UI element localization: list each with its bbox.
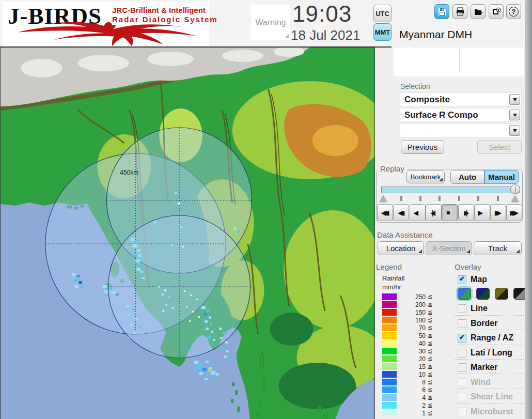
play-reverse-button[interactable]: ◀ — [410, 204, 426, 221]
rain-cell — [137, 249, 140, 252]
legend-value: 8 — [397, 379, 426, 386]
rain-cell — [136, 268, 140, 271]
selection-dropdown-1[interactable]: Composite — [400, 92, 522, 106]
legend-swatch — [382, 379, 397, 385]
mmt-button[interactable]: MMT — [373, 23, 392, 41]
rain-cell — [108, 287, 112, 290]
overlay-item-border[interactable]: Border — [458, 318, 524, 329]
timeline-tick — [497, 196, 499, 201]
replay-timeline-handle[interactable] — [510, 184, 520, 194]
add-image-button[interactable] — [489, 4, 504, 19]
button-label: Location — [386, 244, 416, 253]
play-button[interactable]: ▶ — [474, 204, 490, 221]
legend-row: 30≦ — [382, 347, 432, 355]
manual-button[interactable]: Manual — [484, 170, 519, 184]
fast-rewind-3-button[interactable]: ◀◀◀ — [377, 204, 393, 221]
select-button[interactable]: Select — [477, 140, 522, 154]
legend-row: 15≦ — [382, 363, 432, 370]
legend-row: 70≦ — [382, 324, 432, 332]
legend-value: 4 — [397, 394, 426, 401]
rain-cell — [210, 323, 212, 325]
rain-cell — [233, 227, 237, 230]
legend-swatch — [382, 301, 397, 308]
step-forward-button[interactable]: ▶| — [458, 204, 474, 221]
lte-symbol: ≦ — [428, 363, 432, 370]
print-button[interactable] — [452, 4, 467, 19]
timeline-end-marker[interactable] — [511, 195, 519, 202]
fast-rewind-2-button[interactable]: ◀◀ — [393, 204, 409, 221]
checkbox[interactable] — [458, 349, 466, 358]
overlay-item-microburst[interactable]: Microburst — [458, 406, 524, 417]
radar-map[interactable]: 450km — [0, 48, 375, 419]
selection-dropdown-3[interactable] — [400, 123, 522, 137]
rain-cell — [198, 316, 200, 318]
overlay-item-shear-line[interactable]: Shear Line — [458, 391, 524, 402]
lte-symbol: ≦ — [428, 379, 432, 385]
legend-value: 100 — [397, 317, 426, 324]
overlay-item-line[interactable]: Line — [458, 303, 524, 314]
open-folder-button[interactable] — [471, 4, 486, 19]
rain-cell — [202, 368, 207, 371]
checkbox[interactable] — [458, 363, 466, 372]
checkbox[interactable] — [458, 304, 466, 313]
bookmark-button[interactable]: Bookmark — [406, 170, 445, 183]
overlay-item-wind[interactable]: Wind — [458, 377, 524, 388]
dropdown-arrow-button[interactable] — [509, 110, 520, 120]
rain-cell — [161, 293, 164, 296]
overlay-item-label: Microburst — [471, 407, 513, 416]
replay-timeline-track[interactable] — [381, 187, 520, 193]
station-title: Myanmar DMH — [399, 28, 472, 41]
rain-cell — [199, 372, 203, 375]
map-style-swatch-3[interactable] — [495, 288, 508, 300]
checkbox[interactable] — [458, 275, 466, 284]
checkbox[interactable] — [458, 319, 466, 328]
legend-value: 40 — [397, 340, 426, 347]
dropdown-arrow-button[interactable] — [509, 94, 520, 105]
rain-cell — [220, 337, 223, 339]
help-button[interactable]: ? — [506, 4, 521, 19]
rain-cell — [132, 309, 135, 311]
clock-time: 19:03 — [292, 1, 352, 27]
legend-value: 50 — [397, 332, 426, 339]
fast-forward-3-button[interactable]: ▶▶▶ — [506, 204, 522, 221]
rain-cell — [189, 320, 191, 322]
legend-scale: 250≦200≦150≦100≦70≦50≦40≦30≦20≦15≦10≦8≦6… — [382, 293, 432, 417]
warning-dropdown[interactable]: Warning — [251, 5, 290, 40]
rain-cell — [133, 253, 136, 257]
auto-button[interactable]: Auto — [450, 170, 484, 184]
rain-cell — [196, 366, 201, 369]
step-back-button[interactable]: |◀ — [426, 204, 442, 221]
legend-row: 250≦ — [382, 293, 432, 301]
rain-cell — [222, 346, 225, 348]
rain-cell — [196, 299, 198, 300]
utc-button[interactable]: UTC — [373, 5, 392, 22]
overlay-label: Overlay — [455, 262, 481, 271]
play-icon: ▶ — [478, 209, 486, 216]
rain-cell — [224, 355, 227, 358]
rain-cell — [175, 192, 177, 194]
dropdown-arrow-button[interactable] — [509, 125, 520, 136]
overlay-item-marker[interactable]: Marker — [458, 362, 524, 373]
track-button[interactable]: Track — [474, 241, 522, 255]
x-section-button[interactable]: X-Section — [426, 241, 472, 255]
rain-cell — [135, 240, 138, 242]
overlay-item-lati-long[interactable]: Lati / Long — [458, 347, 524, 359]
selection-dropdown-2[interactable]: Surface R Compo — [400, 108, 522, 122]
rain-cell — [194, 361, 198, 364]
menu-corner-icon — [418, 250, 422, 253]
fast-forward-2-button[interactable]: ▶▶ — [490, 204, 506, 221]
map-style-swatch-2[interactable] — [476, 288, 490, 300]
overlay-item-map[interactable]: Map — [458, 274, 524, 285]
checkbox[interactable] — [458, 334, 466, 343]
rain-cell — [208, 369, 211, 371]
stop-button[interactable]: ■ — [442, 204, 458, 221]
previous-button[interactable]: Previous — [401, 140, 444, 154]
timeline-start-marker[interactable] — [380, 195, 387, 202]
save-button[interactable] — [434, 4, 449, 19]
overlay-item-range-az[interactable]: Range / AZ — [458, 332, 524, 344]
legend-row: 40≦ — [382, 339, 432, 347]
location-button[interactable]: Location — [378, 241, 424, 255]
legend-row: 150≦ — [382, 308, 432, 316]
map-style-swatch-1[interactable] — [458, 288, 471, 300]
right-edge-strip[interactable] — [525, 0, 532, 419]
